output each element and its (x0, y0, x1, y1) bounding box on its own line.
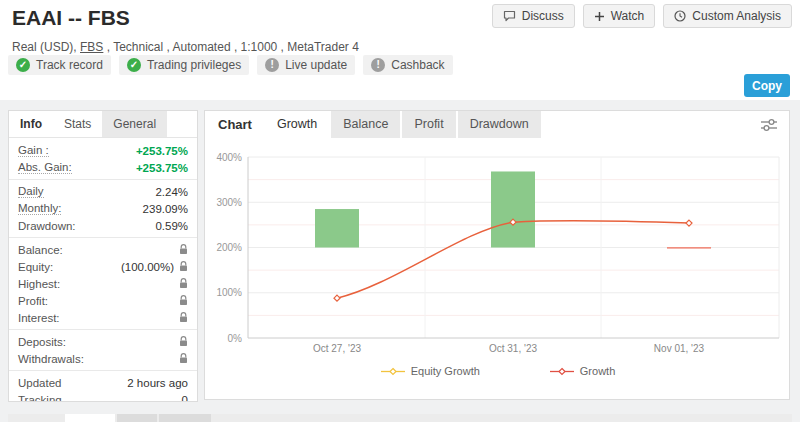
exclamation-icon: ! (371, 58, 385, 72)
legend-label: Growth (580, 365, 615, 377)
tab-balance[interactable]: Balance (331, 111, 400, 138)
stat-row-deposits: Deposits: (9, 333, 197, 350)
check-icon: ✓ (16, 58, 30, 72)
legend-label: Equity Growth (411, 365, 480, 377)
subtitle-suffix: , Technical , Automated , 1:1000 , MetaT… (103, 40, 358, 54)
x-axis-label: Nov 01, '23 (654, 343, 705, 354)
bottom-tabbar-cutoff (8, 414, 792, 422)
x-axis-label: Oct 27, '23 (313, 343, 361, 354)
tab-profit[interactable]: Profit (402, 111, 455, 138)
button-label: Watch (611, 9, 645, 23)
account-info-panel: InfoStatsGeneral Gain :+253.75%Abs. Gain… (8, 110, 198, 402)
stat-row-tracking: Tracking0 (9, 391, 197, 402)
stat-row-withdrawals: Withdrawals: (9, 350, 197, 367)
lock-icon (179, 278, 188, 289)
stat-group: Deposits:Withdrawals: (9, 329, 197, 370)
stats-list: Gain :+253.75%Abs. Gain:+253.75%Daily2.2… (9, 138, 197, 402)
badge-label: Trading privileges (147, 58, 241, 72)
chart-tabs-bar: Chart GrowthBalanceProfitDrawdown (205, 111, 789, 138)
tab-drawdown[interactable]: Drawdown (458, 111, 541, 138)
button-label: Discuss (522, 9, 564, 23)
stat-row-balance: Balance: (9, 241, 197, 258)
plus-icon (594, 11, 605, 22)
check-icon: ✓ (127, 58, 141, 72)
badge-cashback: !Cashback (363, 55, 452, 75)
stat-row-monthly: Monthly:239.09% (9, 200, 197, 217)
clock-icon (674, 10, 686, 22)
lock-icon (179, 244, 188, 255)
stat-value: 2.24% (155, 186, 188, 198)
lock-icon (179, 312, 188, 323)
legend-item-equity-growth[interactable]: Equity Growth (381, 365, 480, 377)
verification-badges: ✓Track record✓Trading privileges!Live up… (8, 55, 453, 75)
stat-label: Updated (18, 377, 61, 389)
stat-label: Interest: (18, 312, 60, 324)
stat-value: 2 hours ago (127, 377, 188, 389)
subtitle-prefix: Real (USD), (12, 40, 80, 54)
legend-marker-icon (381, 367, 405, 376)
stat-group: Gain :+253.75%Abs. Gain:+253.75% (9, 139, 197, 179)
chart-settings-icon[interactable] (759, 118, 779, 135)
stat-row-drawdown: Drawdown:0.59% (9, 217, 197, 234)
info-panel-tabs: InfoStatsGeneral (9, 111, 197, 138)
stat-row-highest: Highest: (9, 275, 197, 292)
badge-live-update: !Live update (257, 55, 355, 75)
growth-chart-svg: 0%100%200%300%400%Oct 27, '23Oct 31, '23… (205, 138, 790, 363)
stat-row-abs-gain: Abs. Gain:+253.75% (9, 159, 197, 176)
badge-track-record: ✓Track record (8, 55, 111, 75)
cutoff-tab (159, 414, 211, 422)
stat-row-gain: Gain :+253.75% (9, 142, 197, 159)
tab-info[interactable]: Info (9, 111, 53, 137)
tab-stats[interactable]: Stats (53, 111, 102, 137)
stat-value: +253.75% (136, 162, 188, 174)
stat-row-updated: Updated2 hours ago (9, 374, 197, 391)
y-axis-tick: 400% (216, 152, 242, 163)
stat-label: Highest: (18, 278, 60, 290)
stat-row-profit: Profit: (9, 292, 197, 309)
chart-panel: Chart GrowthBalanceProfitDrawdown 0%100%… (204, 110, 790, 400)
growth-bar (315, 209, 359, 247)
stat-label: Abs. Gain: (18, 161, 72, 174)
badge-label: Track record (36, 58, 103, 72)
growth-bar (667, 247, 711, 249)
cutoff-tab (65, 414, 115, 422)
stat-label: Monthly: (18, 202, 61, 215)
discuss-icon (503, 10, 516, 22)
stat-label: Balance: (18, 244, 63, 256)
watch-button[interactable]: Watch (583, 4, 656, 28)
stat-value: 0 (182, 394, 188, 403)
stat-label: Daily (18, 185, 44, 198)
y-axis-tick: 300% (216, 197, 242, 208)
badge-label: Live update (285, 58, 347, 72)
stat-label: Gain : (18, 144, 49, 157)
stat-row-equity: Equity:(100.00%) (9, 258, 197, 275)
stat-label: Deposits: (18, 336, 66, 348)
stat-label: Profit: (18, 295, 48, 307)
copy-button[interactable]: Copy (744, 74, 790, 97)
stat-row-daily: Daily2.24% (9, 183, 197, 200)
tab-general[interactable]: General (102, 111, 167, 137)
lock-icon (179, 336, 188, 347)
stat-value: 0.59% (155, 220, 188, 232)
stat-row-interest: Interest: (9, 309, 197, 326)
y-axis-tick: 0% (228, 333, 243, 344)
lock-icon (179, 295, 188, 306)
chart-legend: Equity GrowthGrowth (205, 365, 790, 377)
stat-label: Drawdown: (18, 220, 76, 232)
discuss-button[interactable]: Discuss (492, 4, 575, 28)
cutoff-tab (117, 414, 157, 422)
stat-value: 239.09% (143, 203, 188, 215)
legend-item-growth[interactable]: Growth (550, 365, 615, 377)
chart-tabs: GrowthBalanceProfitDrawdown (265, 111, 543, 138)
button-label: Custom Analysis (692, 9, 781, 23)
exclamation-icon: ! (265, 58, 279, 72)
tab-growth[interactable]: Growth (265, 111, 329, 138)
stat-group: Daily2.24%Monthly:239.09%Drawdown:0.59% (9, 179, 197, 237)
stat-group: Updated2 hours agoTracking0 (9, 370, 197, 402)
lock-icon (179, 353, 188, 364)
chart-section-title: Chart (205, 111, 265, 138)
custom-analysis-button[interactable]: Custom Analysis (663, 4, 792, 28)
stat-label: Equity: (18, 261, 53, 273)
broker-link[interactable]: FBS (80, 40, 103, 54)
stat-group: Balance:Equity:(100.00%)Highest:Profit:I… (9, 237, 197, 329)
